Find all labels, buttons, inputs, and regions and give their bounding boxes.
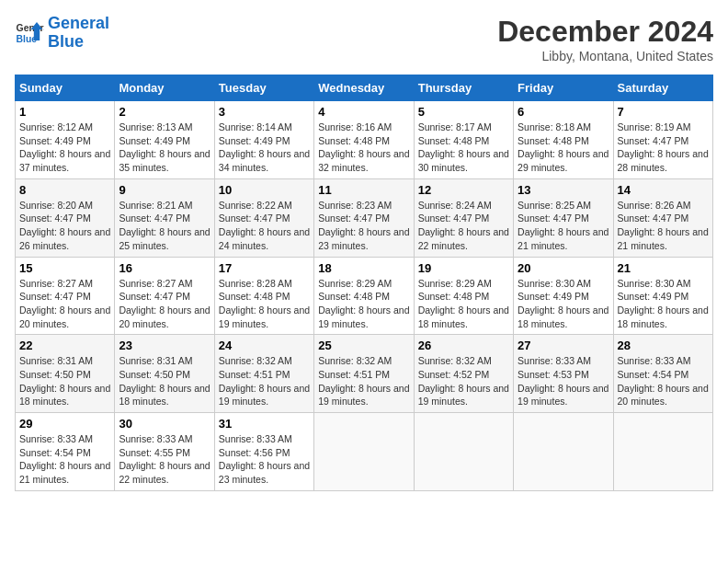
day-number: 7	[618, 105, 709, 119]
day-info: Sunrise: 8:18 AMSunset: 4:48 PMDaylight:…	[518, 121, 609, 173]
day-number: 24	[219, 339, 310, 352]
calendar-cell: 15 Sunrise: 8:27 AMSunset: 4:47 PMDaylig…	[16, 257, 115, 335]
calendar-cell: 1 Sunrise: 8:12 AMSunset: 4:49 PMDayligh…	[16, 101, 115, 179]
day-number: 30	[119, 417, 210, 431]
calendar-cell: 23 Sunrise: 8:31 AMSunset: 4:50 PMDaylig…	[115, 335, 214, 413]
calendar-cell: 5 Sunrise: 8:17 AMSunset: 4:48 PMDayligh…	[414, 101, 513, 179]
day-info: Sunrise: 8:22 AMSunset: 4:47 PMDaylight:…	[219, 200, 310, 251]
day-number: 3	[219, 105, 310, 119]
day-info: Sunrise: 8:32 AMSunset: 4:52 PMDaylight:…	[418, 355, 509, 407]
day-info: Sunrise: 8:33 AMSunset: 4:54 PMDaylight:…	[19, 433, 110, 485]
calendar-cell: 27 Sunrise: 8:33 AMSunset: 4:53 PMDaylig…	[514, 335, 613, 413]
day-info: Sunrise: 8:30 AMSunset: 4:49 PMDaylight:…	[518, 278, 609, 329]
day-number: 19	[418, 261, 509, 275]
day-info: Sunrise: 8:23 AMSunset: 4:47 PMDaylight:…	[318, 200, 409, 251]
calendar-cell: 21 Sunrise: 8:30 AMSunset: 4:49 PMDaylig…	[613, 257, 712, 335]
day-number: 26	[418, 339, 509, 352]
logo: General Blue General Blue	[15, 15, 109, 52]
day-info: Sunrise: 8:25 AMSunset: 4:47 PMDaylight:…	[518, 200, 609, 251]
calendar-cell: 11 Sunrise: 8:23 AMSunset: 4:47 PMDaylig…	[314, 178, 414, 257]
day-number: 15	[19, 261, 110, 275]
calendar-cell: 20 Sunrise: 8:30 AMSunset: 4:49 PMDaylig…	[514, 257, 613, 335]
day-number: 18	[318, 261, 409, 275]
day-info: Sunrise: 8:28 AMSunset: 4:48 PMDaylight:…	[219, 278, 310, 329]
logo-text-line1: General	[48, 15, 109, 33]
calendar-header: SundayMondayTuesdayWednesdayThursdayFrid…	[16, 75, 713, 101]
day-number: 29	[19, 417, 110, 431]
calendar-cell: 4 Sunrise: 8:16 AMSunset: 4:48 PMDayligh…	[314, 101, 414, 179]
day-info: Sunrise: 8:31 AMSunset: 4:50 PMDaylight:…	[119, 355, 210, 407]
day-info: Sunrise: 8:20 AMSunset: 4:47 PMDaylight:…	[19, 200, 110, 251]
calendar-cell: 25 Sunrise: 8:32 AMSunset: 4:51 PMDaylig…	[314, 335, 414, 413]
calendar-cell: 3 Sunrise: 8:14 AMSunset: 4:49 PMDayligh…	[214, 101, 313, 179]
calendar-cell	[314, 413, 414, 491]
calendar-cell: 28 Sunrise: 8:33 AMSunset: 4:54 PMDaylig…	[613, 335, 712, 413]
calendar-cell: 24 Sunrise: 8:32 AMSunset: 4:51 PMDaylig…	[214, 335, 313, 413]
day-number: 17	[219, 261, 310, 275]
day-number: 9	[119, 183, 210, 197]
calendar-cell: 29 Sunrise: 8:33 AMSunset: 4:54 PMDaylig…	[16, 413, 115, 491]
calendar-week-5: 29 Sunrise: 8:33 AMSunset: 4:54 PMDaylig…	[16, 413, 713, 491]
day-number: 21	[618, 261, 709, 275]
calendar-cell: 6 Sunrise: 8:18 AMSunset: 4:48 PMDayligh…	[514, 101, 613, 179]
logo-text-line2: Blue	[48, 33, 109, 52]
col-header-thursday: Thursday	[414, 75, 513, 101]
day-number: 1	[19, 105, 110, 119]
day-number: 16	[119, 261, 210, 275]
col-header-saturday: Saturday	[613, 75, 712, 101]
col-header-sunday: Sunday	[16, 75, 115, 101]
calendar-cell: 17 Sunrise: 8:28 AMSunset: 4:48 PMDaylig…	[214, 257, 313, 335]
day-number: 13	[518, 183, 609, 197]
calendar-cell: 22 Sunrise: 8:31 AMSunset: 4:50 PMDaylig…	[16, 335, 115, 413]
calendar-subtitle: Libby, Montana, United States	[497, 49, 713, 63]
day-info: Sunrise: 8:26 AMSunset: 4:47 PMDaylight:…	[618, 200, 709, 251]
day-number: 27	[518, 339, 609, 352]
day-number: 8	[19, 183, 110, 197]
calendar-cell: 8 Sunrise: 8:20 AMSunset: 4:47 PMDayligh…	[16, 178, 115, 257]
day-info: Sunrise: 8:27 AMSunset: 4:47 PMDaylight:…	[19, 278, 110, 329]
day-info: Sunrise: 8:33 AMSunset: 4:53 PMDaylight:…	[518, 355, 609, 407]
day-info: Sunrise: 8:32 AMSunset: 4:51 PMDaylight:…	[318, 355, 409, 407]
day-number: 4	[318, 105, 409, 119]
calendar-title: December 2024	[497, 15, 713, 49]
day-info: Sunrise: 8:19 AMSunset: 4:47 PMDaylight:…	[618, 121, 709, 173]
day-number: 14	[618, 183, 709, 197]
calendar-cell: 7 Sunrise: 8:19 AMSunset: 4:47 PMDayligh…	[613, 101, 712, 179]
day-info: Sunrise: 8:33 AMSunset: 4:56 PMDaylight:…	[219, 433, 310, 485]
calendar-cell: 9 Sunrise: 8:21 AMSunset: 4:47 PMDayligh…	[115, 178, 214, 257]
day-info: Sunrise: 8:17 AMSunset: 4:48 PMDaylight:…	[418, 121, 509, 173]
col-header-tuesday: Tuesday	[214, 75, 313, 101]
calendar-cell: 26 Sunrise: 8:32 AMSunset: 4:52 PMDaylig…	[414, 335, 513, 413]
day-number: 23	[119, 339, 210, 352]
day-number: 25	[318, 339, 409, 352]
calendar-cell: 19 Sunrise: 8:29 AMSunset: 4:48 PMDaylig…	[414, 257, 513, 335]
calendar-cell: 14 Sunrise: 8:26 AMSunset: 4:47 PMDaylig…	[613, 178, 712, 257]
calendar-cell: 16 Sunrise: 8:27 AMSunset: 4:47 PMDaylig…	[115, 257, 214, 335]
day-info: Sunrise: 8:29 AMSunset: 4:48 PMDaylight:…	[418, 278, 509, 329]
day-number: 10	[219, 183, 310, 197]
calendar-cell: 18 Sunrise: 8:29 AMSunset: 4:48 PMDaylig…	[314, 257, 414, 335]
day-number: 22	[19, 339, 110, 352]
calendar-cell: 10 Sunrise: 8:22 AMSunset: 4:47 PMDaylig…	[214, 178, 313, 257]
day-info: Sunrise: 8:16 AMSunset: 4:48 PMDaylight:…	[318, 121, 409, 173]
day-info: Sunrise: 8:33 AMSunset: 4:54 PMDaylight:…	[618, 355, 709, 407]
col-header-wednesday: Wednesday	[314, 75, 414, 101]
day-info: Sunrise: 8:12 AMSunset: 4:49 PMDaylight:…	[19, 121, 110, 173]
page-header: General Blue General Blue December 2024 …	[15, 15, 713, 63]
day-number: 6	[518, 105, 609, 119]
calendar-week-4: 22 Sunrise: 8:31 AMSunset: 4:50 PMDaylig…	[16, 335, 713, 413]
calendar-cell: 12 Sunrise: 8:24 AMSunset: 4:47 PMDaylig…	[414, 178, 513, 257]
col-header-friday: Friday	[514, 75, 613, 101]
day-info: Sunrise: 8:13 AMSunset: 4:49 PMDaylight:…	[119, 121, 210, 173]
day-number: 11	[318, 183, 409, 197]
calendar-cell	[613, 413, 712, 491]
logo-icon: General Blue	[15, 18, 44, 48]
calendar-table: SundayMondayTuesdayWednesdayThursdayFrid…	[15, 75, 713, 491]
col-header-monday: Monday	[115, 75, 214, 101]
calendar-week-2: 8 Sunrise: 8:20 AMSunset: 4:47 PMDayligh…	[16, 178, 713, 257]
day-number: 5	[418, 105, 509, 119]
day-info: Sunrise: 8:24 AMSunset: 4:47 PMDaylight:…	[418, 200, 509, 251]
day-number: 20	[518, 261, 609, 275]
day-number: 12	[418, 183, 509, 197]
calendar-week-1: 1 Sunrise: 8:12 AMSunset: 4:49 PMDayligh…	[16, 101, 713, 179]
